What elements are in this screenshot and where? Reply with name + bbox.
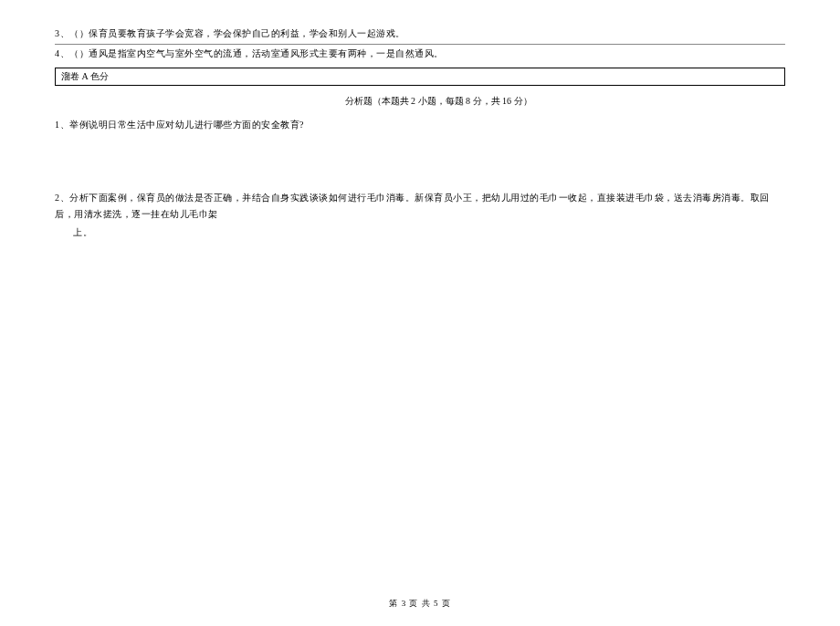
section-header-box: 溜卷 A 色分 xyxy=(55,68,785,86)
analysis-question-2-line1: 2、分析下面案例，保育员的做法是否正确，并结合自身实践谈谈如何进行毛巾消毒。新保… xyxy=(55,190,785,223)
section-header-text: 溜卷 A 色分 xyxy=(61,71,109,81)
question-4: 4、（）通风是指室内空气与室外空气的流通，活动室通风形式主要有两种，一是自然通风… xyxy=(55,46,785,62)
answer-space-1 xyxy=(55,135,785,190)
analysis-question-2-line2: 上。 xyxy=(55,224,785,241)
section-title-text: 分析题（本题共 2 小题，每题 8 分，共 16 分） xyxy=(345,96,532,106)
section-title: 分析题（本题共 2 小题，每题 8 分，共 16 分） xyxy=(55,95,785,108)
divider-1 xyxy=(55,44,785,45)
page-footer: 第 3 页 共 5 页 xyxy=(0,598,840,610)
question-3: 3、（）保育员要教育孩子学会宽容，学会保护自己的利益，学会和别人一起游戏。 xyxy=(55,26,785,42)
analysis-question-1: 1、举例说明日常生活中应对幼儿进行哪些方面的安全教育? xyxy=(55,117,785,133)
page-number: 第 3 页 共 5 页 xyxy=(389,599,450,608)
